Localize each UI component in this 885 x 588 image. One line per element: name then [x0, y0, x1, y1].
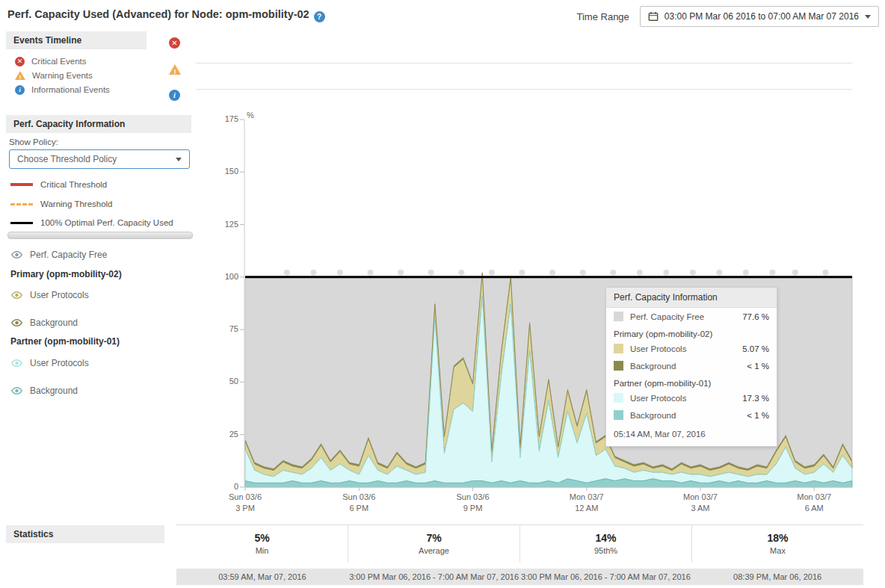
- eye-icon: [10, 318, 23, 327]
- warning-event-icon: !: [15, 71, 25, 80]
- sidebar: Events Timeline ✕ Critical Events ! Warn…: [6, 31, 193, 480]
- statistics-panel: 5% Min 7% Average 14% 95th% 18% Max 03:5…: [176, 524, 863, 585]
- legend-informational-events: i Informational Events: [15, 84, 110, 96]
- warning-threshold-line-sample: [10, 203, 33, 205]
- y-axis-tick-label: 175: [212, 114, 238, 123]
- series-toggle-partner-background[interactable]: Background: [10, 384, 78, 397]
- page-title: Perf. Capacity Used (Advanced) for Node:…: [7, 8, 325, 22]
- time-range-group: Time Range 03:00 PM Mar 06 2016 to 07:00…: [577, 6, 880, 27]
- muted-event-marker: [519, 270, 525, 276]
- muted-event-marker: [769, 270, 775, 276]
- partner-background-swatch: [614, 410, 623, 420]
- muted-event-marker: [458, 270, 464, 276]
- stat-min-detail: 03:59 AM, Mar 07, 2016: [176, 572, 348, 581]
- y-axis-tick-label: 0: [212, 482, 238, 491]
- free-capacity-swatch: [614, 312, 623, 321]
- muted-event-marker: [690, 270, 696, 276]
- muted-event-marker: [549, 270, 555, 276]
- show-policy-label: Show Policy:: [9, 137, 58, 146]
- tooltip-row: User Protocols 17.3 %: [606, 389, 777, 406]
- muted-event-marker: [663, 270, 669, 276]
- muted-event-marker: [489, 270, 495, 276]
- eye-icon: [10, 359, 23, 368]
- series-toggle-perf-capacity-free[interactable]: Perf. Capacity Free: [10, 248, 107, 261]
- tooltip-row: Background < 1 %: [606, 357, 777, 374]
- statistics-values-row: 5% Min 7% Average 14% 95th% 18% Max: [176, 525, 863, 563]
- y-axis-tick-label: 75: [212, 324, 238, 333]
- muted-event-marker: [716, 270, 722, 276]
- events-lane-divider: [196, 89, 852, 90]
- x-axis-tick-label: Sun 03/66 PM: [325, 492, 392, 514]
- threshold-policy-value: Choose Threshold Policy: [17, 154, 176, 164]
- stat-95th-percentile: 14% 95th%: [519, 525, 691, 563]
- threshold-policy-dropdown[interactable]: Choose Threshold Policy: [9, 149, 190, 169]
- tooltip-timestamp: 05:14 AM, Mar 07, 2016: [606, 424, 777, 446]
- series-toggle-partner-user-protocols[interactable]: User Protocols: [10, 356, 89, 370]
- page-header: Perf. Capacity Used (Advanced) for Node:…: [0, 0, 885, 30]
- muted-event-markers: [284, 270, 829, 276]
- primary-user-swatch: [614, 344, 623, 353]
- series-toggle-primary-background[interactable]: Background: [10, 316, 78, 329]
- perf-capacity-panel-header: Perf. Capacity Information: [6, 115, 191, 133]
- primary-node-group-label: Primary (opm-mobility-02): [10, 269, 122, 279]
- eye-icon: [10, 386, 23, 395]
- tooltip-title: Perf. Capacity Information: [606, 288, 777, 308]
- time-range-label: Time Range: [577, 11, 629, 22]
- legend-critical-threshold: Critical Threshold: [10, 179, 107, 190]
- partner-user-swatch: [614, 393, 623, 403]
- muted-event-marker: [637, 270, 643, 276]
- critical-event-icon: ✕: [15, 57, 25, 66]
- y-axis-unit-label: %: [247, 111, 254, 120]
- calendar-icon: [648, 11, 659, 22]
- help-icon[interactable]: ?: [314, 11, 325, 22]
- stat-max-detail: 08:39 PM, Mar 06, 2016: [691, 572, 863, 581]
- sidebar-scrollbar[interactable]: [7, 232, 193, 239]
- tooltip-row: User Protocols 5.07 %: [606, 340, 777, 357]
- chevron-down-icon: [176, 158, 182, 161]
- x-axis-tick-label: Mon 03/73 AM: [667, 492, 734, 514]
- legend-warning-threshold: Warning Threshold: [10, 199, 113, 209]
- chevron-down-icon: [865, 15, 871, 19]
- primary-background-swatch: [614, 361, 623, 371]
- x-axis-tick-label: Mon 03/76 AM: [780, 492, 848, 514]
- informational-event-icon: i: [15, 85, 25, 95]
- series-toggle-primary-user-protocols[interactable]: User Protocols: [10, 288, 89, 302]
- partner-background-area: [245, 479, 852, 487]
- x-axis-tick-label: Sun 03/63 PM: [212, 492, 279, 514]
- partner-node-group-label: Partner (opm-mobility-01): [10, 336, 120, 347]
- time-range-picker[interactable]: 03:00 PM Mar 06 2016 to 07:00 AM Mar 07 …: [640, 6, 879, 27]
- stat-max: 18% Max: [691, 525, 863, 563]
- y-axis-tick-label: 125: [212, 220, 238, 229]
- tooltip-row: Background < 1 %: [606, 406, 777, 424]
- legend-critical-events: ✕ Critical Events: [15, 55, 87, 67]
- muted-event-marker: [398, 270, 404, 276]
- chart-tooltip: Perf. Capacity Information Perf. Capacit…: [605, 287, 777, 447]
- x-axis-tick-label: Mon 03/712 AM: [553, 492, 620, 514]
- tooltip-group-label: Partner (opm-mobility-01): [606, 374, 777, 389]
- muted-event-marker: [743, 270, 749, 276]
- muted-event-marker: [337, 270, 343, 276]
- events-lane-divider: [196, 63, 852, 64]
- statistics-details-row: 03:59 AM, Mar 07, 2016 3:00 PM Mar 06, 2…: [176, 569, 863, 585]
- muted-event-marker: [580, 270, 586, 276]
- y-axis-tick-label: 100: [212, 272, 238, 281]
- muted-event-marker: [610, 270, 616, 276]
- y-axis-tick-label: 150: [212, 167, 238, 176]
- events-timeline-panel-header: Events Timeline: [6, 31, 147, 49]
- time-range-value: 03:00 PM Mar 06 2016 to 07:00 AM Mar 07 …: [664, 11, 859, 22]
- muted-event-marker: [284, 270, 290, 276]
- y-axis-tick-label: 50: [212, 377, 238, 386]
- muted-event-marker: [428, 270, 434, 276]
- tooltip-row: Perf. Capacity Free 77.6 %: [606, 308, 777, 325]
- legend-warning-events: ! Warning Events: [15, 69, 93, 81]
- muted-event-marker: [822, 270, 828, 276]
- stat-average: 7% Average: [348, 525, 519, 563]
- tooltip-group-label: Primary (opm-mobility-02): [606, 325, 777, 340]
- stat-95th-detail: 3:00 PM Mar 06, 2016 - 7:00 AM Mar 07, 2…: [520, 572, 692, 581]
- statistics-panel-header: Statistics: [6, 525, 164, 543]
- stat-average-detail: 3:00 PM Mar 06, 2016 - 7:00 AM Mar 07, 2…: [348, 572, 520, 581]
- critical-threshold-line-sample: [10, 183, 33, 186]
- muted-event-marker: [310, 270, 316, 276]
- y-axis-tick-label: 25: [212, 430, 238, 439]
- eye-icon: [10, 250, 23, 259]
